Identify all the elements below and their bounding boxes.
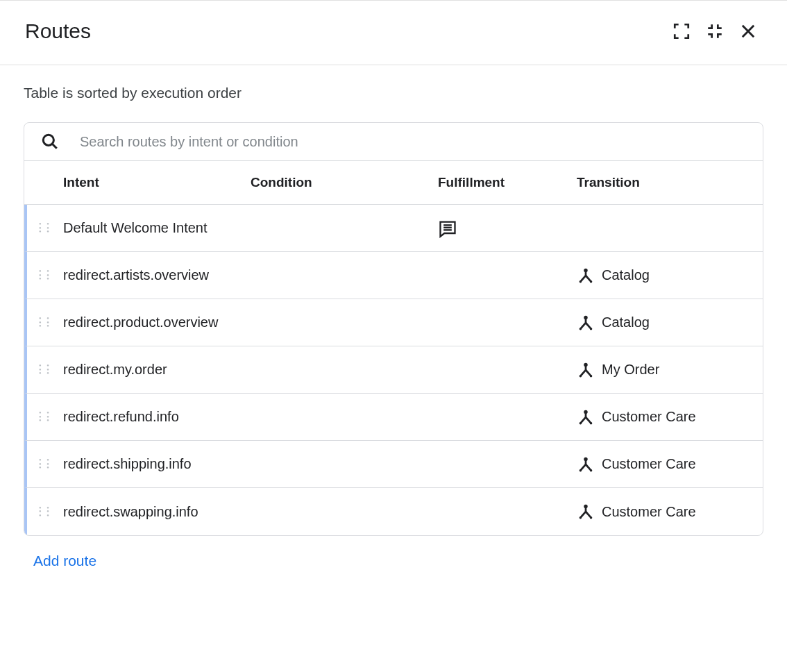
svg-point-4 (584, 268, 587, 271)
exit-fullscreen-icon (706, 22, 724, 40)
svg-point-12 (590, 374, 592, 376)
svg-point-17 (579, 469, 582, 471)
intent-cell: Default Welcome Intent (63, 220, 251, 236)
intent-cell: redirect.swapping.info (63, 504, 251, 520)
svg-point-16 (584, 457, 587, 460)
transition-label: Customer Care (602, 456, 696, 472)
drag-handle-icon[interactable]: ● ●● ●● ● (39, 458, 51, 469)
panel-header: Routes (0, 1, 787, 65)
svg-point-13 (584, 410, 587, 413)
svg-point-21 (590, 516, 592, 519)
search-icon (41, 133, 59, 151)
svg-point-15 (590, 421, 592, 423)
transition-label: Customer Care (602, 409, 696, 425)
table-row[interactable]: ● ●● ●● ●redirect.refund.infoCustomer Ca… (24, 394, 763, 441)
svg-point-11 (579, 374, 582, 376)
svg-point-20 (579, 516, 582, 519)
transition-cell: Catalog (577, 267, 763, 285)
merge-icon (577, 361, 595, 379)
merge-icon (577, 408, 595, 426)
panel-content: Table is sorted by execution order Inten… (0, 65, 787, 589)
search-input[interactable] (78, 133, 750, 151)
table-header-row: Intent Condition Fulfillment Transition (24, 161, 763, 205)
column-header-condition: Condition (251, 175, 438, 190)
svg-point-9 (590, 327, 592, 329)
column-header-transition: Transition (577, 175, 763, 190)
fullscreen-button[interactable] (665, 15, 698, 48)
routes-panel: Routes Table is sorted by execution orde… (0, 0, 787, 589)
merge-icon (577, 455, 595, 473)
column-header-fulfillment: Fulfillment (438, 175, 577, 190)
transition-cell: Customer Care (577, 503, 763, 521)
merge-icon (577, 503, 595, 521)
table-row[interactable]: ● ●● ●● ●redirect.artists.overviewCatalo… (24, 252, 763, 299)
search-row (24, 123, 763, 161)
intent-cell: redirect.refund.info (63, 409, 251, 425)
drag-handle-icon[interactable]: ● ●● ●● ● (39, 411, 51, 422)
panel-title: Routes (25, 19, 665, 43)
intent-cell: redirect.my.order (63, 362, 251, 378)
transition-cell: My Order (577, 361, 763, 379)
transition-label: Catalog (602, 267, 650, 283)
add-route-button[interactable]: Add route (33, 553, 96, 569)
svg-point-18 (590, 469, 592, 471)
svg-point-10 (584, 362, 587, 366)
svg-point-7 (584, 315, 587, 319)
intent-cell: redirect.product.overview (63, 314, 251, 330)
svg-point-19 (584, 505, 587, 508)
exit-fullscreen-button[interactable] (698, 15, 731, 48)
table-row[interactable]: ● ●● ●● ●redirect.swapping.infoCustomer … (24, 488, 763, 535)
merge-icon (577, 314, 595, 332)
intent-cell: redirect.shipping.info (63, 456, 251, 472)
table-row[interactable]: ● ●● ●● ●Default Welcome Intent (24, 205, 763, 252)
transition-label: Catalog (602, 314, 650, 330)
table-row[interactable]: ● ●● ●● ●redirect.my.orderMy Order (24, 346, 763, 394)
svg-point-0 (43, 135, 53, 145)
message-icon (438, 219, 457, 238)
drag-handle-icon[interactable]: ● ●● ●● ● (39, 317, 51, 328)
drag-handle-icon[interactable]: ● ●● ●● ● (39, 364, 51, 375)
merge-icon (577, 267, 595, 285)
fulfillment-cell (438, 219, 577, 238)
transition-label: My Order (602, 362, 659, 378)
svg-point-14 (579, 421, 582, 423)
drag-handle-icon[interactable]: ● ●● ●● ● (39, 222, 51, 233)
table-row[interactable]: ● ●● ●● ●redirect.shipping.infoCustomer … (24, 441, 763, 488)
fullscreen-icon (672, 22, 691, 40)
drag-handle-icon[interactable]: ● ●● ●● ● (39, 506, 51, 517)
table-row[interactable]: ● ●● ●● ●redirect.product.overviewCatalo… (24, 299, 763, 346)
svg-point-6 (590, 280, 592, 282)
transition-cell: Customer Care (577, 408, 763, 426)
close-icon (738, 22, 758, 41)
svg-point-5 (579, 280, 582, 282)
intent-cell: redirect.artists.overview (63, 267, 251, 283)
transition-label: Customer Care (602, 504, 696, 520)
transition-cell: Customer Care (577, 455, 763, 473)
routes-table: Intent Condition Fulfillment Transition … (24, 122, 763, 536)
column-header-intent: Intent (63, 175, 251, 190)
svg-point-8 (579, 327, 582, 329)
transition-cell: Catalog (577, 314, 763, 332)
drag-handle-icon[interactable]: ● ●● ●● ● (39, 269, 51, 280)
sort-info-text: Table is sorted by execution order (24, 85, 763, 101)
close-button[interactable] (731, 15, 765, 48)
